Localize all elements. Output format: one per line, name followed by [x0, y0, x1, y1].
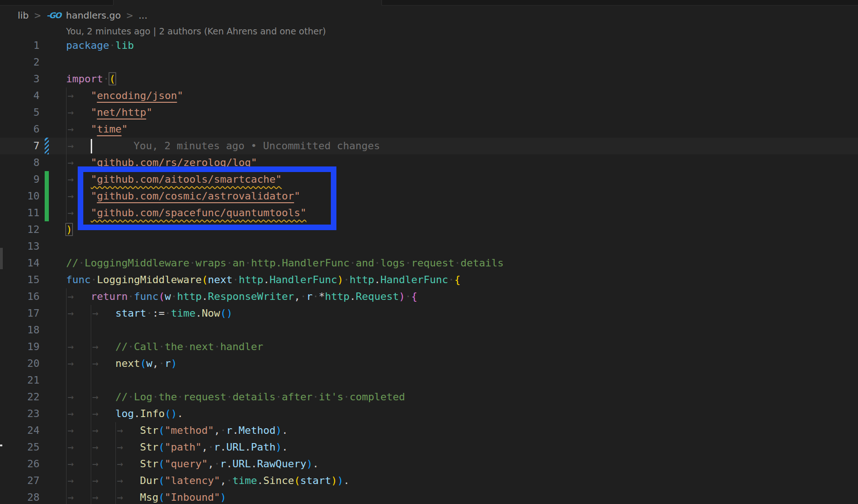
code-text[interactable]: →→→Str("query",·r.URL.RawQuery).	[66, 456, 319, 472]
code-text[interactable]: →→→Str("method",·r.Method).	[66, 422, 288, 439]
line-number[interactable]: 9	[0, 171, 40, 188]
line-number[interactable]: 4	[0, 87, 40, 104]
line-number[interactable]: 25	[0, 439, 40, 456]
line-number[interactable]: 23	[0, 405, 40, 422]
code-token: .	[374, 274, 380, 285]
line-number[interactable]: 20	[0, 355, 40, 372]
whitespace-dot: ·	[109, 40, 115, 51]
line-number[interactable]: 3	[0, 71, 40, 87]
line-number[interactable]: 11	[0, 205, 40, 221]
line-number[interactable]: 22	[0, 389, 40, 405]
code-token: (	[159, 424, 165, 436]
code-line-21[interactable]: 21	[0, 372, 858, 389]
line-number[interactable]: 13	[0, 238, 40, 255]
line-number[interactable]: 15	[0, 272, 40, 288]
code-token: LoggingMiddleware	[97, 274, 201, 285]
gutter-added-marker[interactable]	[45, 171, 49, 188]
code-line-2[interactable]: 2	[0, 54, 858, 71]
code-text[interactable]: →→→Dur("latency",·time.Since(start)).	[66, 472, 349, 489]
code-token: lib	[115, 40, 134, 51]
code-text[interactable]: →→log.Info().	[66, 405, 183, 422]
line-number[interactable]: 18	[0, 322, 40, 338]
line-number[interactable]: 6	[0, 121, 40, 138]
line-number[interactable]: 28	[0, 489, 40, 504]
line-number[interactable]: 10	[0, 188, 40, 205]
code-text[interactable]: )	[66, 221, 72, 238]
code-token: http.HandlerFunc	[251, 257, 349, 269]
code-line-5[interactable]: 5→"net/http"	[0, 104, 858, 121]
line-number[interactable]: 19	[0, 338, 40, 355]
line-number[interactable]: 2	[0, 54, 40, 71]
line-number[interactable]: 8	[0, 154, 40, 171]
code-token: )	[331, 475, 337, 486]
code-line-19[interactable]: 19→→//·Call·the·next·handler	[0, 338, 858, 355]
code-line-6[interactable]: 6→"time"	[0, 121, 858, 138]
code-line-15[interactable]: 15func·LoggingMiddleware(next·http.Handl…	[0, 272, 858, 288]
code-text[interactable]: →→//·Log·the·request·details·after·it's·…	[66, 389, 405, 405]
code-text[interactable]: →→→Msg("Inbound")	[66, 489, 226, 504]
gutter-modified-marker[interactable]	[45, 138, 49, 154]
code-token: {	[411, 291, 417, 302]
gutter-added-marker[interactable]	[45, 188, 49, 205]
code-token: .	[257, 475, 263, 486]
line-number[interactable]: 24	[0, 422, 40, 439]
code-line-16[interactable]: 16→return·func(w·http.ResponseWriter,·r·…	[0, 288, 858, 305]
whitespace-dot: ·	[127, 291, 134, 302]
line-number[interactable]: 7	[0, 138, 40, 154]
tab-whitespace-arrow: →	[66, 389, 91, 405]
line-number[interactable]: 1	[0, 37, 40, 54]
code-line-1[interactable]: 1package·lib	[0, 37, 858, 54]
code-text[interactable]	[66, 322, 115, 338]
code-text[interactable]: →return·func(w·http.ResponseWriter,·r·*h…	[66, 288, 417, 305]
code-line-27[interactable]: 27→→→Dur("latency",·time.Since(start)).	[0, 472, 858, 489]
code-text[interactable]: func·LoggingMiddleware(next·http.Handler…	[66, 272, 461, 288]
line-number[interactable]: 5	[0, 104, 40, 121]
code-text[interactable]: →→start·:=·time.Now()	[66, 305, 233, 322]
inline-blame-annotation[interactable]: You, 2 minutes ago • Uncommitted changes	[134, 138, 380, 154]
code-line-26[interactable]: 26→→→Str("query",·r.URL.RawQuery).	[0, 456, 858, 472]
code-text[interactable]: →"net/http"	[66, 104, 152, 121]
code-token: ,	[208, 458, 214, 470]
code-line-7[interactable]: 7→You, 2 minutes ago • Uncommitted chang…	[0, 138, 858, 154]
line-number[interactable]: 17	[0, 305, 40, 322]
line-number[interactable]: 12	[0, 221, 40, 238]
code-text[interactable]: package·lib	[66, 37, 134, 54]
tab-whitespace-arrow: →	[91, 355, 115, 372]
code-line-14[interactable]: 14//·LoggingMiddleware·wraps·an·http.Han…	[0, 255, 858, 272]
code-text[interactable]: →→next(w,·r)	[66, 355, 177, 372]
code-line-17[interactable]: 17→→start·:=·time.Now()	[0, 305, 858, 322]
code-line-28[interactable]: 28→→→Msg("Inbound")	[0, 489, 858, 504]
whitespace-dot: ·	[374, 257, 380, 269]
code-text[interactable]: →	[66, 138, 91, 154]
whitespace-dot: ·	[313, 391, 319, 403]
code-line-20[interactable]: 20→→next(w,·r)	[0, 355, 858, 372]
code-text[interactable]: →"encoding/json"	[66, 87, 183, 104]
code-text[interactable]: //·LoggingMiddleware·wraps·an·http.Handl…	[66, 255, 504, 272]
code-line-25[interactable]: 25→→→Str("path",·r.URL.Path).	[0, 439, 858, 456]
code-line-13[interactable]: 13	[0, 238, 858, 255]
line-number[interactable]: 14	[0, 255, 40, 272]
code-line-4[interactable]: 4→"encoding/json"	[0, 87, 858, 104]
code-line-3[interactable]: 3import·(	[0, 71, 858, 87]
code-line-18[interactable]: 18	[0, 322, 858, 338]
code-text[interactable]: →"time"	[66, 121, 127, 138]
code-token: )	[275, 424, 282, 436]
code-line-22[interactable]: 22→→//·Log·the·request·details·after·it'…	[0, 389, 858, 405]
code-editor[interactable]: 1package·lib23import·(4→"encoding/json"5…	[0, 0, 858, 504]
code-line-23[interactable]: 23→→log.Info().	[0, 405, 858, 422]
code-text[interactable]: →→//·Call·the·next·handler	[66, 338, 263, 355]
tab-whitespace-arrow: →	[91, 439, 115, 456]
line-number[interactable]: 26	[0, 456, 40, 472]
code-token: logs	[381, 257, 405, 269]
code-token: time	[171, 307, 195, 319]
sidebar-sash-artifact[interactable]	[0, 248, 3, 269]
code-text[interactable]: import·(	[66, 71, 115, 87]
line-number[interactable]: 27	[0, 472, 40, 489]
line-number[interactable]: 21	[0, 372, 40, 389]
whitespace-dot: ·	[146, 307, 152, 319]
code-line-24[interactable]: 24→→→Str("method",·r.Method).	[0, 422, 858, 439]
line-number[interactable]: 16	[0, 288, 40, 305]
gutter-added-marker[interactable]	[45, 205, 49, 221]
code-text[interactable]	[66, 372, 115, 389]
code-text[interactable]: →→→Str("path",·r.URL.Path).	[66, 439, 288, 456]
